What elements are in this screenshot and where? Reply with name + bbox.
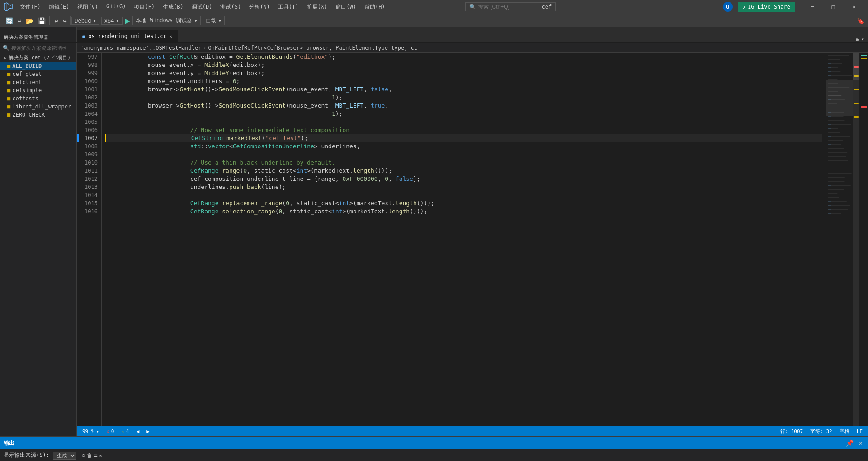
code-line: mouse_event.modifiers = 0; bbox=[105, 77, 822, 85]
warning-count: 4 bbox=[126, 428, 129, 434]
nav-next-button[interactable]: ▶ bbox=[145, 428, 151, 434]
code-editor[interactable]: 9979989991000100110021003100410051006100… bbox=[77, 53, 868, 426]
char-number-status: 字符: 32 bbox=[810, 428, 832, 435]
split-editor-icon[interactable]: ⊞ bbox=[856, 36, 859, 42]
code-line: // Use a thin black underline by default… bbox=[105, 159, 822, 167]
undo2-button[interactable]: ↩ bbox=[52, 16, 60, 25]
tree-item-libcef[interactable]: ■ libcef_dll_wrapper bbox=[0, 103, 76, 111]
run-mode-dropdown[interactable]: 自动 ▾ bbox=[203, 16, 225, 25]
menu-item[interactable]: 工具(T) bbox=[274, 2, 302, 12]
code-line bbox=[105, 191, 822, 199]
menu-item[interactable]: 视图(V) bbox=[74, 2, 102, 12]
sidebar-search-bar[interactable]: 🔍 bbox=[0, 43, 76, 53]
undo-button[interactable]: ↩ bbox=[16, 16, 23, 25]
code-content[interactable]: const CefRect& editbox = GetElementBound… bbox=[102, 53, 826, 426]
expand-icon: ▸ bbox=[4, 55, 7, 61]
tree-item-allbuild[interactable]: ■ ALL_BUILD bbox=[0, 62, 76, 70]
source-select[interactable]: 生成 bbox=[53, 452, 76, 460]
tree-item-ceftests[interactable]: ■ ceftests bbox=[0, 94, 76, 103]
editor-area: 'anonymous-namespace'::OSRTestHandler › … bbox=[77, 43, 868, 436]
menu-item[interactable]: Git(G) bbox=[103, 2, 129, 12]
liveshare-button[interactable]: ↗ 16 Live Share bbox=[738, 2, 795, 12]
zoom-level[interactable]: 99 % ▾ bbox=[80, 428, 101, 434]
line-number: 1000 bbox=[81, 77, 98, 85]
open-file-button[interactable]: 📂 bbox=[24, 16, 35, 25]
close-button[interactable]: ✕ bbox=[844, 0, 864, 14]
platform-dropdown[interactable]: x64 ▾ bbox=[101, 17, 123, 25]
menu-item[interactable]: 编辑(E) bbox=[45, 2, 73, 12]
line-number: 1003 bbox=[81, 102, 98, 110]
debug-config-dropdown[interactable]: Debug ▾ bbox=[71, 17, 99, 25]
main-layout: 🔍 ▸ 解决方案'cef'(7 个项目) ■ ALL_BUILD ■ cef_g… bbox=[0, 43, 868, 436]
minimize-button[interactable]: ─ bbox=[802, 0, 823, 14]
tree-item-cefclient[interactable]: ■ cefclient bbox=[0, 78, 76, 86]
tree-item-zerochk[interactable]: ■ ZERO_CHECK bbox=[0, 111, 76, 119]
user-avatar[interactable]: U bbox=[723, 2, 733, 12]
code-line: // Now set some intermediate text compos… bbox=[105, 126, 822, 134]
panel-pin-button[interactable]: 📌 bbox=[844, 439, 855, 447]
menu-item[interactable]: 测试(S) bbox=[217, 2, 245, 12]
sync-icon[interactable]: ↻ bbox=[99, 452, 102, 459]
solution-root-item[interactable]: ▸ 解决方案'cef'(7 个项目) bbox=[0, 53, 76, 62]
line-number: 1006 bbox=[81, 126, 98, 134]
char-info: 字符: 32 bbox=[808, 428, 834, 435]
tab-close-button[interactable]: ✕ bbox=[170, 34, 172, 39]
debugger-dropdown[interactable]: 本地 Windows 调试器 ▾ bbox=[132, 16, 200, 25]
scrollbar-thumb[interactable] bbox=[853, 53, 859, 80]
error-status[interactable]: ✕ 0 bbox=[104, 428, 116, 434]
tree-item-cefsimple[interactable]: ■ cefsimple bbox=[0, 86, 76, 94]
menu-item[interactable]: 帮助(H) bbox=[361, 2, 389, 12]
restore-button[interactable]: □ bbox=[823, 0, 844, 14]
editor-gutter: 9979989991000100110021003100410051006100… bbox=[77, 53, 102, 426]
start-debug-button[interactable]: ▶ bbox=[123, 16, 132, 25]
app-logo bbox=[4, 2, 13, 11]
save-button[interactable]: 💾 bbox=[36, 16, 47, 25]
menu-item[interactable]: 文件(F) bbox=[16, 2, 44, 12]
solution-explorer-header: 解决方案资源管理器 bbox=[0, 32, 52, 42]
warning-status[interactable]: ⚠ 4 bbox=[119, 428, 131, 434]
nav-prev-button[interactable]: ◀ bbox=[135, 428, 142, 434]
scroll-lock-icon[interactable]: ⊝ bbox=[82, 452, 85, 459]
code-line: underlines.push_back(line); bbox=[105, 183, 822, 191]
line-number: 1004 bbox=[81, 110, 98, 118]
window-controls: ─ □ ✕ bbox=[802, 0, 864, 14]
sidebar-search-input[interactable] bbox=[11, 45, 74, 51]
tree-item-label6: libcef_dll_wrapper bbox=[12, 103, 71, 110]
line-number: 1008 bbox=[81, 142, 98, 151]
global-search-input[interactable] bbox=[478, 4, 540, 10]
menu-item[interactable]: 调试(D) bbox=[188, 2, 216, 12]
code-line: 1); bbox=[105, 94, 822, 102]
output-panel-title: 输出 bbox=[4, 439, 14, 447]
line-number: 1011 bbox=[81, 167, 98, 175]
tree-item-cef-gtest[interactable]: ■ cef_gtest bbox=[0, 70, 76, 78]
menu-item[interactable]: 扩展(X) bbox=[303, 2, 331, 12]
menu-item[interactable]: 生成(B) bbox=[159, 2, 187, 12]
menu-item[interactable]: 分析(N) bbox=[245, 2, 274, 12]
code-line: std::vector<CefCompositionUnderline> und… bbox=[105, 142, 822, 151]
liveshare-icon: ↗ bbox=[743, 4, 746, 10]
project-icon: ■ bbox=[7, 63, 10, 69]
encoding-status: LF bbox=[857, 428, 863, 434]
editor-status-bar: 99 % ▾ ✕ 0 ⚠ 4 ◀ ▶ 行: 1007 字符: 32 空格 bbox=[77, 426, 868, 436]
code-line: CefRange selection_range(0, static_cast<… bbox=[105, 207, 822, 216]
line-info: 行: 1007 bbox=[778, 428, 805, 435]
vertical-scrollbar[interactable] bbox=[853, 53, 859, 426]
menu-item[interactable]: 项目(P) bbox=[130, 2, 158, 12]
menu-item[interactable]: 窗口(W) bbox=[332, 2, 360, 12]
line-number: 1010 bbox=[81, 159, 98, 167]
redo-button[interactable]: ↪ bbox=[61, 16, 68, 25]
more-tabs-icon[interactable]: ▾ bbox=[861, 36, 864, 42]
global-search-box[interactable]: 🔍 cef bbox=[465, 2, 556, 11]
warning-icon: ⚠ bbox=[121, 428, 124, 434]
bookmark-button[interactable]: 🔖 bbox=[855, 16, 866, 25]
panel-close-button[interactable]: ✕ bbox=[857, 439, 864, 447]
new-file-button[interactable]: 🔄 bbox=[4, 16, 15, 25]
code-line bbox=[105, 151, 822, 159]
error-icon: ✕ bbox=[106, 428, 109, 434]
panel-toolbar: 显示输出来源(S): 生成 ⊝ 🗑 ≡ ↻ bbox=[0, 449, 868, 461]
word-wrap-icon[interactable]: ≡ bbox=[94, 452, 97, 459]
clear-icon[interactable]: 🗑 bbox=[87, 452, 92, 459]
code-line: mouse_event.y = MiddleY(editbox); bbox=[105, 69, 822, 77]
editor-tab-active[interactable]: ◉ os_rendering_unittest.cc ✕ bbox=[77, 30, 178, 42]
line-number: 997 bbox=[81, 53, 98, 61]
